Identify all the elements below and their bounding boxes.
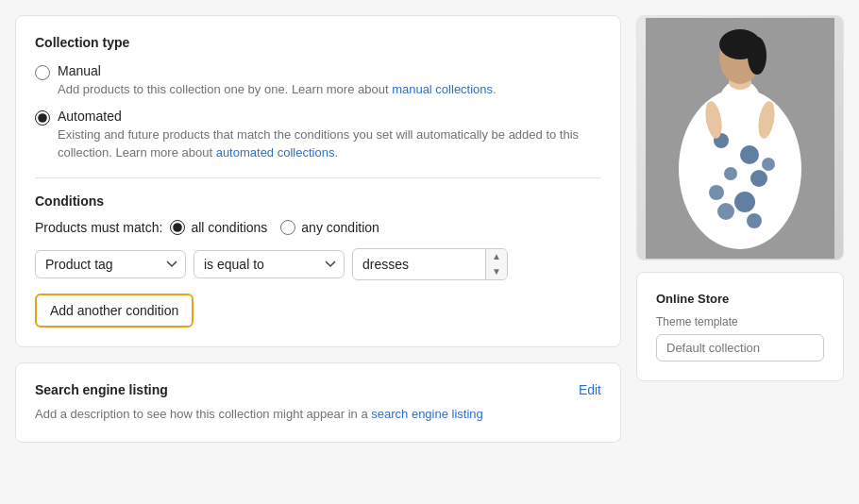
search-engine-listing-link[interactable]: search engine listing xyxy=(371,407,483,421)
seo-title: Search engine listing xyxy=(35,382,168,397)
manual-label[interactable]: Manual xyxy=(58,63,101,78)
collection-type-card: Collection type Manual Add products to t… xyxy=(15,15,621,347)
svg-point-13 xyxy=(762,158,775,171)
seo-description: Add a description to see how this collec… xyxy=(35,405,601,424)
any-condition-label[interactable]: any condition xyxy=(301,220,379,235)
online-store-card: Online Store Theme template xyxy=(636,272,844,381)
stepper-buttons: ▲ ▼ xyxy=(485,249,507,279)
any-condition-option: any condition xyxy=(280,220,379,235)
stepper-down-button[interactable]: ▼ xyxy=(486,264,507,279)
svg-point-9 xyxy=(724,167,737,180)
product-image-card xyxy=(636,15,844,260)
dress-illustration xyxy=(646,18,834,259)
automated-label[interactable]: Automated xyxy=(58,109,122,124)
match-radio-group: all conditions any condition xyxy=(170,220,379,235)
svg-point-12 xyxy=(734,192,755,212)
all-conditions-option: all conditions xyxy=(170,220,267,235)
manual-option: Manual Add products to this collection o… xyxy=(35,63,601,99)
svg-point-8 xyxy=(740,145,759,164)
manual-radio[interactable] xyxy=(35,65,50,80)
seo-header: Search engine listing Edit xyxy=(35,382,601,397)
condition-row: Product tag Product title Product type P… xyxy=(35,248,601,280)
product-image-placeholder xyxy=(637,16,843,260)
seo-card: Search engine listing Edit Add a descrip… xyxy=(15,362,621,444)
online-store-title: Online Store xyxy=(656,292,824,306)
automated-option: Automated Existing and future products t… xyxy=(35,109,601,162)
automated-option-content: Automated Existing and future products t… xyxy=(58,109,601,162)
svg-point-15 xyxy=(747,213,762,228)
automated-radio[interactable] xyxy=(35,110,50,126)
tag-field-select[interactable]: Product tag Product title Product type P… xyxy=(35,250,186,278)
svg-point-14 xyxy=(717,203,734,220)
conditions-title: Conditions xyxy=(35,193,601,209)
automated-collections-link[interactable]: automated collections xyxy=(216,145,335,160)
theme-label: Theme template xyxy=(656,315,824,328)
divider xyxy=(35,177,601,178)
stepper-up-button[interactable]: ▲ xyxy=(486,249,507,264)
manual-description: Add products to this collection one by o… xyxy=(58,80,497,99)
all-conditions-radio[interactable] xyxy=(170,220,185,235)
automated-description: Existing and future products that match … xyxy=(58,126,601,162)
value-input[interactable] xyxy=(353,251,485,277)
svg-point-10 xyxy=(750,170,767,187)
value-input-wrap: ▲ ▼ xyxy=(352,248,508,280)
theme-template-input[interactable] xyxy=(656,334,824,361)
any-condition-radio[interactable] xyxy=(280,220,295,235)
match-label: Products must match: xyxy=(35,220,162,235)
svg-point-11 xyxy=(709,185,724,200)
collection-type-radio-group: Manual Add products to this collection o… xyxy=(35,63,601,162)
add-condition-button[interactable]: Add another condition xyxy=(35,294,194,328)
svg-point-6 xyxy=(748,37,766,75)
sidebar: Online Store Theme template xyxy=(636,15,844,443)
match-row: Products must match: all conditions any … xyxy=(35,220,601,235)
seo-edit-link[interactable]: Edit xyxy=(579,382,601,397)
manual-collections-link[interactable]: manual collections xyxy=(392,82,493,96)
collection-type-title: Collection type xyxy=(35,35,601,50)
operator-field-select[interactable]: is equal to is not equal to starts with … xyxy=(194,250,345,278)
manual-option-content: Manual Add products to this collection o… xyxy=(58,63,497,99)
all-conditions-label[interactable]: all conditions xyxy=(191,220,267,235)
